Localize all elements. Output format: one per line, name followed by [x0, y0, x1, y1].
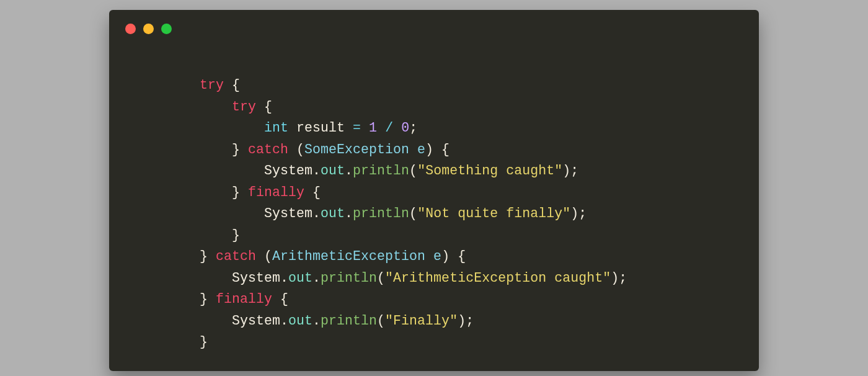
code-line: } catch (ArithmeticException e) { [200, 246, 627, 267]
code-token: ); [458, 313, 474, 328]
code-block: try { try { int result = 1 / 0; } catch … [200, 74, 627, 353]
code-token: SomeException [304, 142, 409, 157]
code-token: System [264, 206, 312, 221]
code-token [200, 206, 264, 221]
code-token [200, 163, 264, 178]
code-token: } [200, 249, 216, 264]
close-icon[interactable] [125, 24, 136, 34]
code-window: try { try { int result = 1 / 0; } catch … [109, 10, 759, 371]
code-token [425, 249, 433, 264]
maximize-icon[interactable] [161, 24, 172, 34]
code-token: ); [562, 163, 578, 178]
code-token [361, 120, 369, 135]
code-token: } [200, 228, 240, 243]
code-line: System.out.println("Not quite finally"); [200, 203, 627, 225]
code-token: finally [248, 185, 304, 200]
code-token: . [312, 271, 321, 285]
minimize-icon[interactable] [143, 24, 154, 34]
window-titlebar [109, 10, 759, 47]
code-line: } catch (SomeException e) { [200, 139, 627, 161]
code-line: System.out.println("Finally"); [200, 310, 627, 332]
code-token: try [232, 99, 256, 114]
code-token: . [345, 163, 353, 178]
code-token: System [264, 163, 312, 178]
code-token: } [200, 185, 248, 200]
code-token: . [280, 271, 288, 285]
code-token: catch [248, 142, 288, 157]
code-token: println [321, 313, 377, 328]
code-token: ); [570, 206, 587, 221]
code-token [409, 142, 417, 157]
code-token: out [288, 313, 312, 328]
code-token: ( [409, 163, 417, 178]
code-token: ( [409, 206, 417, 221]
code-token: int [264, 120, 288, 135]
code-token: ); [611, 271, 627, 285]
code-line: } [200, 331, 627, 353]
code-token: ) { [425, 142, 450, 157]
code-token: / [385, 120, 393, 135]
code-token [200, 120, 264, 135]
code-token: . [312, 313, 321, 328]
code-token: catch [216, 249, 256, 264]
code-line: try { [200, 96, 627, 118]
code-token: result [288, 120, 353, 135]
code-token: ) { [441, 249, 466, 264]
code-token: } [200, 334, 208, 349]
code-token: println [353, 163, 409, 178]
code-line: } finally { [200, 289, 627, 310]
code-token: println [353, 206, 409, 221]
code-token: ( [288, 142, 304, 157]
code-token: System [232, 271, 280, 285]
code-token: e [433, 249, 441, 264]
code-token: { [272, 292, 288, 307]
code-token: } [200, 142, 248, 157]
code-token: . [312, 163, 321, 178]
code-line: try { [200, 74, 627, 96]
code-token: ( [377, 271, 385, 285]
code-token: out [288, 271, 312, 285]
code-token: ( [256, 249, 272, 264]
code-line: System.out.println("Something caught"); [200, 160, 627, 182]
code-token: . [280, 313, 288, 328]
code-token: finally [216, 292, 272, 307]
code-token: { [256, 99, 272, 114]
code-token: } [200, 292, 216, 307]
code-line: } [200, 225, 627, 246]
code-token: "Something caught" [417, 163, 562, 178]
code-token [200, 271, 232, 285]
code-token: println [321, 271, 377, 285]
code-token: "Finally" [385, 313, 458, 328]
code-token: 0 [401, 120, 409, 135]
code-token: System [232, 313, 280, 328]
code-line: System.out.println("ArithmeticException … [200, 267, 627, 289]
code-token [200, 313, 232, 328]
code-line: int result = 1 / 0; [200, 117, 627, 139]
code-token: { [224, 78, 240, 92]
code-token: . [312, 206, 321, 221]
code-line: } finally { [200, 182, 627, 204]
code-token: . [345, 206, 353, 221]
code-token: 1 [369, 120, 377, 135]
code-token: "ArithmeticException caught" [385, 271, 611, 285]
code-token: ( [377, 313, 385, 328]
code-token: = [353, 120, 361, 135]
code-token: { [304, 185, 321, 200]
code-token: out [321, 206, 345, 221]
code-token [393, 120, 401, 135]
code-token: ; [409, 120, 417, 135]
code-token: ArithmeticException [272, 249, 425, 264]
code-token: "Not quite finally" [417, 206, 570, 221]
code-token: out [321, 163, 345, 178]
code-token: e [417, 142, 425, 157]
code-token [200, 99, 232, 114]
code-token [377, 120, 385, 135]
code-token: try [200, 78, 224, 92]
